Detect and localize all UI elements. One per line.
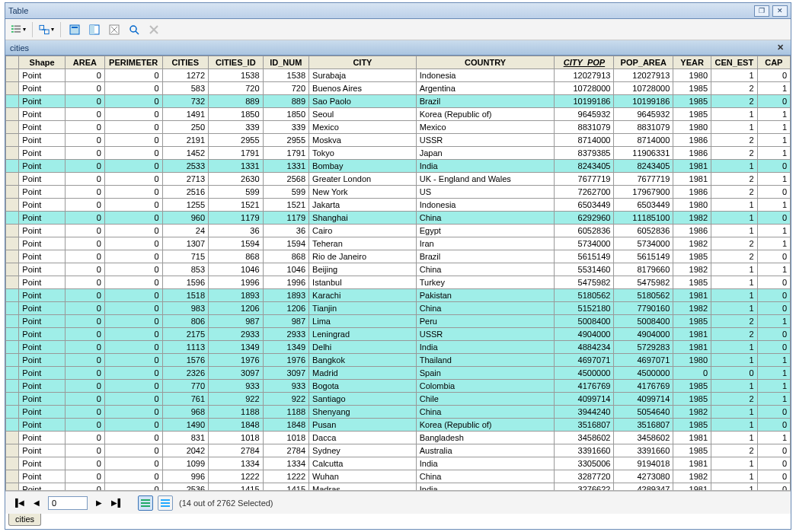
- cell-cen_est[interactable]: 2: [711, 393, 758, 406]
- table-row[interactable]: Point002516599599New YorkUS7262700179679…: [6, 186, 791, 199]
- cell-id_num[interactable]: 1349: [263, 341, 309, 354]
- cell-shape[interactable]: Point: [19, 263, 66, 276]
- cell-country[interactable]: Pakistan: [416, 289, 555, 302]
- cell-area[interactable]: 0: [65, 121, 104, 134]
- cell-id_num[interactable]: 922: [263, 393, 309, 406]
- cell-perimeter[interactable]: 0: [104, 380, 162, 393]
- cell-country[interactable]: Iran: [416, 237, 555, 250]
- cell-city_pop[interactable]: 8831079: [555, 121, 614, 134]
- cell-year[interactable]: 1982: [673, 212, 711, 225]
- cell-pop_area[interactable]: 4273080: [614, 470, 673, 483]
- cell-cap[interactable]: 0: [757, 186, 790, 199]
- cell-perimeter[interactable]: 0: [104, 354, 162, 367]
- row-selector[interactable]: [6, 186, 19, 199]
- cell-shape[interactable]: Point: [19, 82, 66, 95]
- cell-city_pop[interactable]: 5615149: [555, 250, 614, 263]
- cell-area[interactable]: 0: [65, 406, 104, 419]
- cell-cities_id[interactable]: 1046: [209, 263, 263, 276]
- row-selector[interactable]: [6, 95, 19, 108]
- cell-pop_area[interactable]: 5475982: [614, 276, 673, 289]
- cell-perimeter[interactable]: 0: [104, 95, 162, 108]
- cell-id_num[interactable]: 599: [263, 186, 309, 199]
- cell-shape[interactable]: Point: [19, 354, 66, 367]
- cell-city_pop[interactable]: 9645932: [555, 108, 614, 121]
- cell-city_pop[interactable]: 12027913: [555, 69, 614, 82]
- cell-country[interactable]: US: [416, 186, 555, 199]
- cell-cen_est[interactable]: 2: [711, 186, 758, 199]
- cell-shape[interactable]: Point: [19, 419, 66, 432]
- cell-id_num[interactable]: 2568: [263, 173, 309, 186]
- cell-cap[interactable]: 1: [757, 367, 790, 380]
- cell-cities_id[interactable]: 1179: [209, 212, 263, 225]
- cell-perimeter[interactable]: 0: [104, 444, 162, 457]
- column-header-country[interactable]: COUNTRY: [416, 56, 555, 69]
- cell-country[interactable]: India: [416, 457, 555, 470]
- table-row[interactable]: Point00761922922SantiagoChile40997144099…: [6, 393, 791, 406]
- cell-city[interactable]: Wuhan: [309, 470, 417, 483]
- cell-city[interactable]: New York: [309, 186, 417, 199]
- cell-city_pop[interactable]: 3305006: [555, 457, 614, 470]
- cell-country[interactable]: Chile: [416, 393, 555, 406]
- cell-pop_area[interactable]: 8179660: [614, 263, 673, 276]
- cell-area[interactable]: 0: [65, 444, 104, 457]
- table-row[interactable]: Point00149018481848PusanKorea (Republic …: [6, 419, 791, 432]
- table-row[interactable]: Point00219129552955MoskvaUSSR87140008714…: [6, 134, 791, 147]
- cell-city_pop[interactable]: 8714000: [555, 134, 614, 147]
- cell-shape[interactable]: Point: [19, 367, 66, 380]
- cell-year[interactable]: 1985: [673, 380, 711, 393]
- cell-cen_est[interactable]: 1: [711, 354, 758, 367]
- cell-city[interactable]: Leningrad: [309, 328, 417, 341]
- cell-cen_est[interactable]: 2: [711, 237, 758, 250]
- cell-area[interactable]: 0: [65, 82, 104, 95]
- column-header-shape[interactable]: Shape: [19, 56, 66, 69]
- cell-cities[interactable]: 761: [162, 393, 209, 406]
- cell-shape[interactable]: Point: [19, 134, 66, 147]
- table-row[interactable]: Point00732889889Sao PaoloBrazil101991861…: [6, 95, 791, 108]
- cell-year[interactable]: 1986: [673, 225, 711, 237]
- cell-cap[interactable]: 0: [757, 289, 790, 302]
- cell-id_num[interactable]: 339: [263, 121, 309, 134]
- prev-record-button[interactable]: ◀: [30, 496, 43, 510]
- cell-city_pop[interactable]: 4500000: [555, 367, 614, 380]
- cell-cap[interactable]: 1: [757, 147, 790, 160]
- current-record-input[interactable]: [48, 496, 88, 510]
- table-row[interactable]: Point0096811881188ShenyangChina394424050…: [6, 406, 791, 419]
- cell-id_num[interactable]: 1331: [263, 160, 309, 173]
- cell-cities[interactable]: 715: [162, 250, 209, 263]
- cell-perimeter[interactable]: 0: [104, 302, 162, 315]
- cell-cities_id[interactable]: 1893: [209, 289, 263, 302]
- cell-city_pop[interactable]: 6503449: [555, 199, 614, 212]
- cell-cities[interactable]: 2042: [162, 444, 209, 457]
- cell-id_num[interactable]: 1206: [263, 302, 309, 315]
- cell-country[interactable]: China: [416, 406, 555, 419]
- cell-city_pop[interactable]: 3287720: [555, 470, 614, 483]
- cell-cities[interactable]: 2191: [162, 134, 209, 147]
- cell-cen_est[interactable]: 2: [711, 95, 758, 108]
- first-record-button[interactable]: ▐◀: [11, 496, 25, 510]
- cell-area[interactable]: 0: [65, 95, 104, 108]
- cell-pop_area[interactable]: 5729283: [614, 341, 673, 354]
- cell-pop_area[interactable]: 4289347: [614, 483, 673, 491]
- cell-cap[interactable]: 1: [757, 121, 790, 134]
- cell-id_num[interactable]: 1850: [263, 108, 309, 121]
- column-header-pop_area[interactable]: POP_AREA: [614, 56, 673, 69]
- cell-cities[interactable]: 996: [162, 470, 209, 483]
- cell-area[interactable]: 0: [65, 341, 104, 354]
- cell-year[interactable]: 1982: [673, 263, 711, 276]
- cell-city_pop[interactable]: 3458602: [555, 432, 614, 444]
- row-selector[interactable]: [6, 263, 19, 276]
- cell-shape[interactable]: Point: [19, 95, 66, 108]
- cell-perimeter[interactable]: 0: [104, 134, 162, 147]
- cell-perimeter[interactable]: 0: [104, 160, 162, 173]
- cell-cap[interactable]: 1: [757, 134, 790, 147]
- column-header-cities[interactable]: CITIES: [162, 56, 209, 69]
- cell-id_num[interactable]: 1791: [263, 147, 309, 160]
- cell-id_num[interactable]: 868: [263, 250, 309, 263]
- row-selector[interactable]: [6, 276, 19, 289]
- row-selector[interactable]: [6, 341, 19, 354]
- cell-country[interactable]: Indonesia: [416, 69, 555, 82]
- table-row[interactable]: Point00232630973097MadridSpain4500000450…: [6, 367, 791, 380]
- column-header-city_pop[interactable]: CITY_POP: [555, 56, 614, 69]
- cell-country[interactable]: China: [416, 263, 555, 276]
- cell-cen_est[interactable]: 2: [711, 444, 758, 457]
